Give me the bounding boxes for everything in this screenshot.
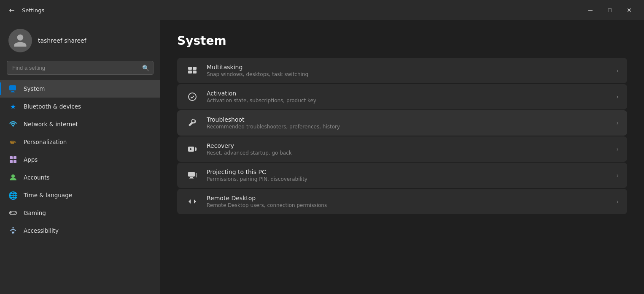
settings-item-desc-activation: Activation state, subscriptions, product…	[207, 98, 609, 103]
settings-item-title-activation: Activation	[207, 90, 609, 97]
svg-point-13	[189, 93, 196, 101]
chevron-right-icon: ›	[616, 146, 619, 152]
window-controls: ─ □ ✕	[581, 3, 639, 17]
projecting-icon	[186, 169, 199, 182]
chevron-right-icon: ›	[616, 93, 619, 100]
sidebar-item-network[interactable]: Network & internet	[0, 115, 160, 133]
svg-rect-17	[190, 177, 193, 178]
user-profile[interactable]: tashreef shareef	[0, 20, 160, 59]
time-icon: 🌐	[8, 191, 18, 200]
settings-item-recovery[interactable]: Recovery Reset, advanced startup, go bac…	[177, 136, 627, 162]
network-icon	[8, 120, 18, 129]
sidebar-item-label-gaming: Gaming	[24, 210, 46, 216]
system-icon	[8, 84, 18, 93]
multitasking-icon	[186, 64, 199, 77]
settings-item-text-activation: Activation Activation state, subscriptio…	[207, 90, 609, 103]
settings-item-desc-multitasking: Snap windows, desktops, task switching	[207, 71, 609, 77]
gaming-icon	[8, 208, 18, 218]
svg-rect-0	[9, 85, 16, 90]
username: tashreef shareef	[38, 37, 86, 44]
search-input[interactable]	[7, 61, 154, 75]
close-button[interactable]: ✕	[620, 3, 639, 17]
sidebar-item-gaming[interactable]: Gaming	[0, 204, 160, 222]
page-title: System	[177, 34, 627, 48]
sidebar-item-time[interactable]: 🌐 Time & language	[0, 186, 160, 204]
sidebar-item-label-accounts: Accounts	[24, 174, 50, 181]
settings-item-desc-remote-desktop: Remote Desktop users, connection permiss…	[207, 202, 609, 208]
bluetooth-icon: ★	[8, 102, 18, 111]
search-icon: 🔍	[142, 65, 149, 71]
sidebar-item-label-personalization: Personalization	[24, 139, 67, 145]
personalization-icon: ✏	[8, 137, 18, 147]
main-panel: System Multitasking Snap windows, deskto…	[160, 20, 644, 294]
sidebar: tashreef shareef 🔍 System ★ Bluetooth &	[0, 20, 160, 294]
settings-item-desc-recovery: Reset, advanced startup, go back	[207, 150, 609, 156]
settings-item-text-recovery: Recovery Reset, advanced startup, go bac…	[207, 142, 609, 156]
remote-desktop-icon	[186, 195, 199, 208]
svg-rect-1	[11, 91, 14, 92]
titlebar-title: Settings	[22, 7, 44, 14]
chevron-right-icon: ›	[616, 67, 619, 74]
settings-item-title-recovery: Recovery	[207, 142, 609, 149]
settings-item-desc-projecting: Permissions, pairing PIN, discoverabilit…	[207, 176, 609, 182]
sidebar-item-accessibility[interactable]: Accessibility	[0, 222, 160, 240]
settings-item-text-remote-desktop: Remote Desktop Remote Desktop users, con…	[207, 195, 609, 208]
svg-point-8	[12, 227, 13, 229]
settings-list: Multitasking Snap windows, desktops, tas…	[177, 58, 627, 214]
svg-rect-2	[11, 92, 15, 93]
accounts-icon	[8, 173, 18, 182]
accessibility-icon	[8, 226, 18, 235]
svg-point-15	[190, 148, 191, 150]
sidebar-item-accounts[interactable]: Accounts	[0, 169, 160, 186]
sidebar-item-label-system: System	[24, 85, 45, 92]
sidebar-item-label-network: Network & internet	[24, 121, 78, 128]
app-body: tashreef shareef 🔍 System ★ Bluetooth &	[0, 20, 644, 294]
avatar-icon	[13, 33, 28, 48]
settings-item-desc-troubleshoot: Recommended troubleshooters, preferences…	[207, 124, 609, 130]
activation-icon	[186, 90, 199, 103]
search-box[interactable]: 🔍	[7, 61, 154, 75]
sidebar-item-label-time: Time & language	[24, 192, 72, 199]
settings-item-title-troubleshoot: Troubleshoot	[207, 116, 609, 123]
svg-point-7	[11, 174, 15, 178]
settings-item-title-projecting: Projecting to this PC	[207, 169, 609, 175]
settings-item-multitasking[interactable]: Multitasking Snap windows, desktops, tas…	[177, 58, 627, 83]
recovery-icon	[186, 142, 199, 156]
settings-item-activation[interactable]: Activation Activation state, subscriptio…	[177, 84, 627, 109]
apps-icon	[8, 155, 18, 164]
svg-rect-3	[10, 156, 13, 159]
settings-item-title-remote-desktop: Remote Desktop	[207, 195, 609, 201]
svg-rect-4	[13, 156, 16, 159]
chevron-right-icon: ›	[616, 172, 619, 179]
svg-rect-5	[10, 160, 13, 163]
troubleshoot-icon	[186, 116, 199, 130]
chevron-right-icon: ›	[616, 120, 619, 126]
avatar	[8, 29, 32, 52]
nav-items: System ★ Bluetooth & devices Network & i…	[0, 78, 160, 294]
sidebar-item-system[interactable]: System	[0, 80, 160, 98]
svg-rect-18	[189, 178, 194, 179]
settings-item-troubleshoot[interactable]: Troubleshoot Recommended troubleshooters…	[177, 110, 627, 136]
titlebar: ← Settings ─ □ ✕	[0, 0, 644, 20]
back-button[interactable]: ←	[5, 3, 19, 17]
svg-rect-11	[188, 71, 192, 74]
svg-rect-12	[193, 71, 197, 74]
settings-item-projecting[interactable]: Projecting to this PC Permissions, pairi…	[177, 163, 627, 188]
svg-rect-10	[193, 67, 197, 70]
sidebar-item-apps[interactable]: Apps	[0, 151, 160, 169]
chevron-right-icon: ›	[616, 198, 619, 205]
settings-item-title-multitasking: Multitasking	[207, 64, 609, 71]
sidebar-item-label-bluetooth: Bluetooth & devices	[24, 103, 81, 110]
sidebar-item-bluetooth[interactable]: ★ Bluetooth & devices	[0, 98, 160, 115]
maximize-button[interactable]: □	[600, 3, 620, 17]
svg-rect-6	[13, 160, 16, 163]
minimize-button[interactable]: ─	[581, 3, 600, 17]
settings-item-text-projecting: Projecting to this PC Permissions, pairi…	[207, 169, 609, 182]
sidebar-item-label-apps: Apps	[24, 156, 38, 163]
svg-rect-9	[188, 67, 192, 70]
settings-item-text-multitasking: Multitasking Snap windows, desktops, tas…	[207, 64, 609, 77]
sidebar-item-label-accessibility: Accessibility	[24, 227, 59, 234]
sidebar-item-personalization[interactable]: ✏ Personalization	[0, 133, 160, 151]
svg-rect-16	[188, 172, 195, 177]
settings-item-remote-desktop[interactable]: Remote Desktop Remote Desktop users, con…	[177, 189, 627, 214]
